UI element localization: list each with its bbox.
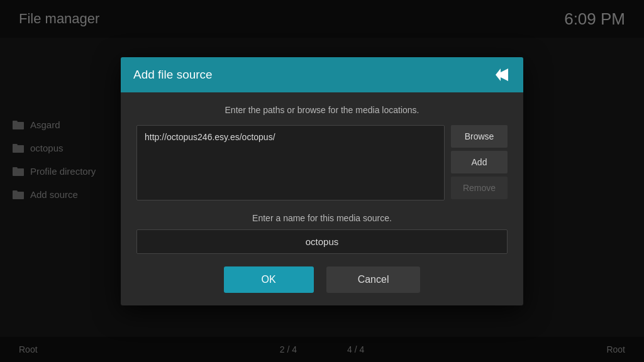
name-instruction: Enter a name for this media source. (136, 213, 508, 223)
modal-title: Add file source (133, 68, 213, 82)
remove-button: Remove (451, 177, 508, 199)
source-name-input[interactable] (136, 229, 508, 254)
ok-button[interactable]: OK (224, 266, 314, 293)
path-action-buttons: Browse Add Remove (451, 125, 508, 200)
modal-overlay: Add file source Enter the paths or brows… (0, 0, 644, 362)
add-button[interactable]: Add (451, 151, 508, 173)
add-file-source-dialog: Add file source Enter the paths or brows… (121, 57, 523, 305)
path-instruction: Enter the paths or browse for the media … (136, 105, 508, 115)
modal-footer-buttons: OK Cancel (136, 266, 508, 293)
path-input[interactable]: http://octopus246.esy.es/octopus/ (136, 125, 445, 200)
modal-header: Add file source (121, 57, 523, 92)
modal-body: Enter the paths or browse for the media … (121, 92, 523, 305)
browse-button[interactable]: Browse (451, 125, 508, 148)
path-section: http://octopus246.esy.es/octopus/ Browse… (136, 125, 508, 200)
svg-marker-0 (496, 69, 508, 81)
cancel-button[interactable]: Cancel (326, 266, 421, 293)
kodi-logo-icon (493, 66, 511, 84)
